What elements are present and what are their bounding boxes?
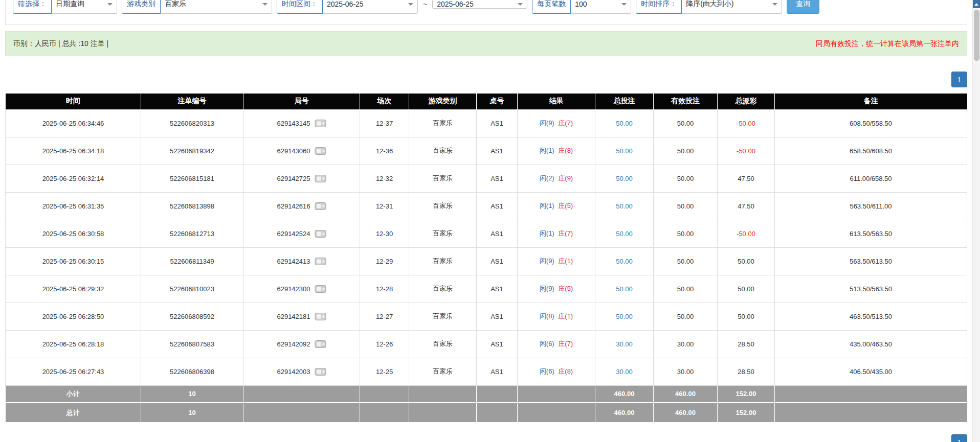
date-from-select[interactable]: 2025-06-25 xyxy=(323,0,418,14)
header-bet-id: 注单编号 xyxy=(141,94,243,109)
cell-total-bet: 30.00 xyxy=(595,358,654,385)
filter-type-value: 日期查询 xyxy=(56,0,84,9)
round-id-text: 629142524 xyxy=(277,230,310,238)
cell-round-id: 629142524 xyxy=(243,220,360,247)
video-replay-icon[interactable] xyxy=(315,367,326,376)
total-bet-link[interactable]: 50.00 xyxy=(616,258,633,265)
result-player: 闲(9) xyxy=(540,285,554,292)
page-size-select[interactable]: 100 xyxy=(571,0,631,14)
round-id-text: 629142413 xyxy=(277,258,310,265)
result-banker: 庄(7) xyxy=(558,119,573,127)
cell-session: 12-37 xyxy=(360,109,409,137)
total-bet-link[interactable]: 50.00 xyxy=(616,147,633,155)
total-bet-link[interactable]: 50.00 xyxy=(616,285,633,293)
cell-payout: -50.00 xyxy=(718,137,775,165)
subtotal-row: 小计 10 460.00 460.00 152.00 xyxy=(6,385,967,403)
video-replay-icon[interactable] xyxy=(315,257,326,266)
scrollbar-thumb[interactable] xyxy=(974,10,979,61)
result-banker: 庄(7) xyxy=(558,340,573,347)
total-bet-link[interactable]: 50.00 xyxy=(616,202,633,210)
round-id-text: 629142616 xyxy=(277,202,310,210)
header-session: 场次 xyxy=(360,94,409,109)
total-bet-link[interactable]: 50.00 xyxy=(616,313,633,320)
result-player: 闲(1) xyxy=(540,229,554,237)
cell-total-bet: 50.00 xyxy=(595,303,654,330)
cell-result: 闲(1) 庄(8) xyxy=(518,137,595,165)
video-replay-icon[interactable] xyxy=(315,285,326,293)
total-bet-link[interactable]: 50.00 xyxy=(616,120,633,127)
filter-type-select[interactable]: 日期查询 xyxy=(52,0,117,14)
video-replay-icon[interactable] xyxy=(315,147,326,155)
video-replay-icon[interactable] xyxy=(315,312,326,321)
chevron-down-icon xyxy=(772,3,777,6)
video-replay-icon[interactable] xyxy=(315,229,326,238)
main-content: 筛选择： 日期查询 游戏类别 百家乐 时间区间： 2025-06-25 xyxy=(0,0,972,442)
sort-select[interactable]: 降序(由大到小) xyxy=(682,0,782,14)
total-bet-link[interactable]: 30.00 xyxy=(616,368,633,376)
cell-payout: 47.50 xyxy=(718,165,775,192)
game-type-label: 游戏类别 xyxy=(122,0,161,14)
table-row: 2025-06-25 06:28:18 522606807583 6291420… xyxy=(6,330,967,358)
summary-bar: 币别：人民币 | 总共 :10 注单 | 同局有效投注，统一计算在该局第一张注单… xyxy=(5,31,967,56)
result-banker: 庄(5) xyxy=(558,285,573,292)
header-game-type: 游戏类别 xyxy=(409,94,477,109)
total-bet-link[interactable]: 50.00 xyxy=(616,230,633,238)
page-1-button-bottom[interactable]: 1 xyxy=(951,434,967,442)
cell-result: 闲(8) 庄(1) xyxy=(518,303,595,330)
cell-bet-id: 522606810023 xyxy=(141,275,243,303)
header-remark: 备注 xyxy=(775,94,967,109)
video-replay-icon[interactable] xyxy=(315,340,326,348)
cell-bet-id: 522606813898 xyxy=(141,192,243,220)
cell-game-type: 百家乐 xyxy=(409,358,477,385)
header-valid-bet: 有效投注 xyxy=(654,94,718,109)
cell-game-type: 百家乐 xyxy=(409,303,477,330)
result-banker: 庄(1) xyxy=(558,257,573,265)
round-id-text: 629142003 xyxy=(277,368,310,376)
game-type-select[interactable]: 百家乐 xyxy=(161,0,272,14)
video-replay-icon[interactable] xyxy=(315,119,326,128)
cell-game-type: 百家乐 xyxy=(409,137,477,165)
total-bet-link[interactable]: 50.00 xyxy=(616,175,633,182)
cell-total-bet: 50.00 xyxy=(595,247,654,275)
round-id-text: 629142181 xyxy=(277,313,310,320)
result-player: 闲(2) xyxy=(540,174,554,182)
cell-bet-id: 522606808592 xyxy=(141,303,243,330)
subtotal-payout: 152.00 xyxy=(718,385,775,403)
cell-result: 闲(9) 庄(7) xyxy=(518,109,595,137)
cell-session: 12-32 xyxy=(360,165,409,192)
cell-valid-bet: 50.00 xyxy=(654,275,718,303)
cell-result: 闲(9) 庄(1) xyxy=(518,247,595,275)
header-payout: 总派彩 xyxy=(718,94,775,109)
video-replay-icon[interactable] xyxy=(315,174,326,183)
result-banker: 庄(5) xyxy=(558,202,573,210)
vertical-scrollbar[interactable] xyxy=(972,0,980,442)
header-result: 结果 xyxy=(518,94,595,109)
cell-round-id: 629142413 xyxy=(243,247,360,275)
cell-result: 闲(6) 庄(8) xyxy=(518,358,595,385)
cell-payout: 50.00 xyxy=(718,275,775,303)
cell-remark: 563.50/613.50 xyxy=(775,247,967,275)
cell-valid-bet: 50.00 xyxy=(654,192,718,220)
cell-remark: 611.00/658.50 xyxy=(775,165,967,192)
cell-result: 闲(1) 庄(5) xyxy=(518,192,595,220)
cell-table-no: AS1 xyxy=(477,303,518,330)
cell-session: 12-26 xyxy=(360,330,409,358)
cell-table-no: AS1 xyxy=(477,275,518,303)
cell-valid-bet: 30.00 xyxy=(654,330,718,358)
total-bet-link[interactable]: 30.00 xyxy=(616,340,633,348)
result-banker: 庄(1) xyxy=(558,312,573,320)
result-banker: 庄(8) xyxy=(558,367,573,375)
page-1-button[interactable]: 1 xyxy=(951,72,967,87)
video-replay-icon[interactable] xyxy=(315,202,326,211)
result-player: 闲(8) xyxy=(540,312,554,320)
cell-time: 2025-06-25 06:28:18 xyxy=(6,330,141,358)
date-to-select[interactable]: 2025-06-25 xyxy=(432,0,527,9)
cell-payout: -50.00 xyxy=(718,109,775,137)
query-button[interactable]: 查询 xyxy=(787,0,819,14)
scroll-up-button[interactable] xyxy=(973,0,980,8)
pagination-top: 1 xyxy=(5,72,967,87)
cell-time: 2025-06-25 06:31:35 xyxy=(6,192,141,220)
cell-bet-id: 522606819342 xyxy=(141,137,243,165)
cell-remark: 608.50/558.50 xyxy=(775,109,967,137)
cell-game-type: 百家乐 xyxy=(409,192,477,220)
